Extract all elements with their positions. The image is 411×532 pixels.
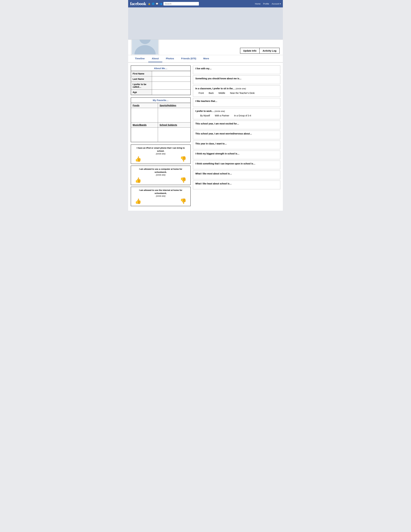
profile-link[interactable]: Profile [263,3,269,5]
preferred-name-value[interactable] [152,82,190,90]
navbar-icon-friends: 👥 [159,3,162,5]
right-box-sit-in: In a classroom, I prefer to sit in the… … [193,86,280,97]
right-box-know-about: Something you should know about me is… [193,76,280,84]
work-option-group: In a Group of 3-4 [234,114,251,117]
right-box-like-most: What I like most about school is… [193,171,280,179]
facebook-logo: facebook [130,1,146,6]
circle-box-internet: I am allowed to use the internet at home… [131,187,191,206]
right-box-excited: This school year, I am most excited for… [193,121,280,129]
my-favorites-table: My Favorite… Foods Sports/Hobbies Music/… [131,97,191,142]
circle-box-ipod-text: I have an iPod or smart phone that I can… [133,146,188,153]
nav-tabs: Timeline About Photos Friends (875) More [128,55,283,63]
first-name-value[interactable] [152,71,190,76]
right-box-like-least: What I like least about school is… [193,180,280,189]
right-column: I live with my… Something you should kno… [193,66,280,208]
navbar-icon-globe: 🌐 [152,3,154,5]
age-value[interactable] [152,90,190,95]
sit-option-near-teacher: Near the Teacher's Desk [230,92,255,94]
search-input[interactable] [163,2,199,6]
left-column: About Me… First Name Last Name I prefer … [131,66,191,208]
music-bands-header: Music/Bands [131,123,158,127]
tab-timeline[interactable]: Timeline [131,55,148,62]
school-subjects-header: School Subjects [158,123,190,127]
sports-value[interactable] [158,108,190,123]
thumbs-down-icon-ipod: 👎 [180,156,187,162]
profile-section: Update Info Activity Log [128,40,283,55]
first-name-label: First Name [131,71,152,76]
age-label: Age [131,90,152,95]
right-box-improve: I think something that I can improve upo… [193,161,280,169]
tab-friends[interactable]: Friends (875) [177,55,200,62]
navbar-icon-lock: 🔒 [148,3,150,5]
circle-box-internet-circle: (circle one) [133,195,188,197]
foods-value[interactable] [131,108,158,123]
preferred-name-label: I prefer to be called… [131,82,152,90]
circle-box-internet-text: I am allowed to use the internet at home… [133,189,188,195]
about-me-header: About Me… [131,66,190,71]
right-box-worried: This school year, I am most worried/nerv… [193,131,280,139]
music-value[interactable] [131,127,158,142]
circle-box-internet-icons: 👍 👎 [133,198,188,204]
tab-about[interactable]: About [148,55,162,62]
sit-option-middle: Middle [219,92,225,94]
circle-box-ipod-circle: (circle one) [133,153,188,155]
sports-hobbies-header: Sports/Hobbies [158,103,190,108]
tab-more[interactable]: More [200,55,213,62]
profile-actions: Update Info Activity Log [240,48,280,55]
work-option-partner: With a Partner [215,114,229,117]
home-link[interactable]: Home [255,3,261,5]
last-name-label: Last Name [131,76,152,82]
right-box-want-to: This year in class, I want to… [193,141,280,149]
work-option-myself: By Myself [200,114,210,117]
last-name-value[interactable] [152,76,190,82]
svg-point-1 [134,45,156,55]
my-favorites-header: My Favorite… [131,97,190,103]
account-dropdown[interactable]: Account ▾ [271,3,281,5]
thumbs-up-icon-computer: 👍 [135,177,141,183]
sit-option-front: Front [199,92,204,94]
right-box-live-with: I live with my… [193,66,280,74]
navbar-icon-chat: 💬 [156,3,158,5]
update-info-button[interactable]: Update Info [240,48,260,54]
right-box-strength: I think my biggest strength in school is… [193,151,280,159]
about-me-table: About Me… First Name Last Name I prefer … [131,66,191,95]
cover-photo [128,7,283,40]
right-box-prefer-work: I prefer to work… (circle one) By Myself… [193,108,280,119]
foods-header: Foods [131,103,158,108]
circle-box-computer-circle: (circle one) [133,174,188,176]
circle-box-ipod-icons: 👍 👎 [133,156,188,162]
navbar: facebook 🔒 🌐 💬 👥 Home Profile Account ▾ [128,0,283,7]
circle-box-ipod: I have an iPod or smart phone that I can… [131,144,191,164]
thumbs-up-icon-internet: 👍 [135,198,141,204]
thumbs-down-icon-internet: 👎 [180,198,187,204]
thumbs-down-icon-computer: 👎 [180,177,187,183]
tab-photos[interactable]: Photos [162,55,177,62]
circle-box-computer-icons: 👍 👎 [133,177,188,183]
school-subjects-value[interactable] [158,127,190,142]
circle-box-computer-text: I am allowed to use a computer at home f… [133,168,188,174]
activity-log-button[interactable]: Activity Log [260,48,280,54]
main-content: About Me… First Name Last Name I prefer … [128,63,283,211]
thumbs-up-icon-ipod: 👍 [135,156,141,162]
right-box-like-teachers: I like teachers that… [193,98,280,107]
circle-box-computer: I am allowed to use a computer at home f… [131,166,191,185]
sit-option-back: Back [209,92,214,94]
